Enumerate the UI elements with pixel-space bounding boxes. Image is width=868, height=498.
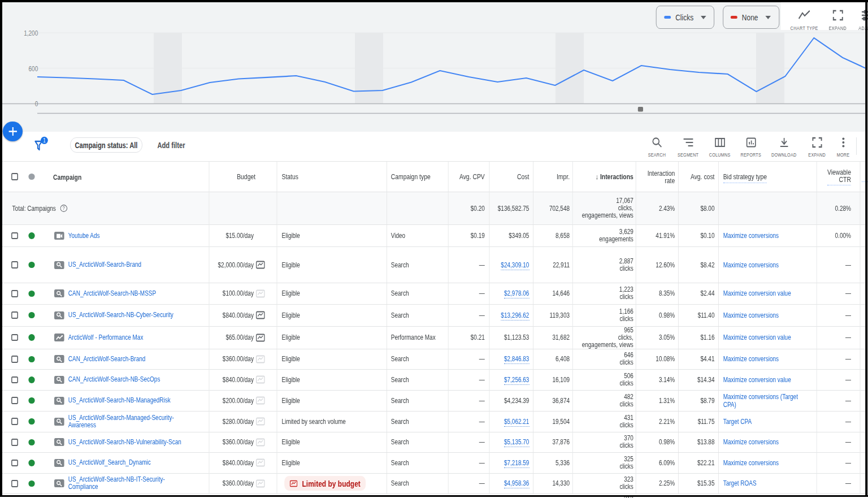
- svg-text:?: ?: [62, 206, 64, 211]
- svg-text:1: 1: [43, 137, 45, 144]
